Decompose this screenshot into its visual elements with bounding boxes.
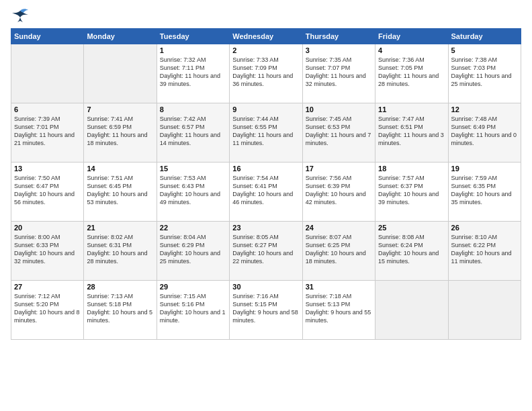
calendar-header-sunday: Sunday <box>11 29 84 44</box>
calendar-cell: 21Sunrise: 8:02 AM Sunset: 6:31 PM Dayli… <box>84 222 157 281</box>
day-number: 20 <box>14 224 81 232</box>
day-number: 24 <box>306 224 372 232</box>
calendar-cell: 1Sunrise: 7:32 AM Sunset: 7:11 PM Daylig… <box>157 44 229 103</box>
calendar-cell: 3Sunrise: 7:35 AM Sunset: 7:07 PM Daylig… <box>302 44 375 103</box>
day-info: Sunrise: 7:59 AM Sunset: 6:35 PM Dayligh… <box>451 174 518 207</box>
day-number: 30 <box>232 283 299 291</box>
calendar-cell: 4Sunrise: 7:36 AM Sunset: 7:05 PM Daylig… <box>375 44 448 103</box>
calendar-cell: 13Sunrise: 7:50 AM Sunset: 6:47 PM Dayli… <box>11 163 84 222</box>
day-number: 21 <box>87 224 153 232</box>
day-number: 17 <box>306 165 372 173</box>
day-info: Sunrise: 7:56 AM Sunset: 6:39 PM Dayligh… <box>306 174 372 207</box>
calendar-cell: 15Sunrise: 7:53 AM Sunset: 6:43 PM Dayli… <box>157 163 229 222</box>
day-info: Sunrise: 7:57 AM Sunset: 6:37 PM Dayligh… <box>378 174 445 207</box>
day-number: 19 <box>451 165 518 173</box>
day-info: Sunrise: 7:51 AM Sunset: 6:45 PM Dayligh… <box>87 174 153 207</box>
day-info: Sunrise: 7:39 AM Sunset: 7:01 PM Dayligh… <box>14 115 81 148</box>
calendar-cell: 14Sunrise: 7:51 AM Sunset: 6:45 PM Dayli… <box>84 163 157 222</box>
calendar-header-wednesday: Wednesday <box>230 29 302 44</box>
calendar-cell: 5Sunrise: 7:38 AM Sunset: 7:03 PM Daylig… <box>448 44 521 103</box>
calendar-cell: 31Sunrise: 7:18 AM Sunset: 5:13 PM Dayli… <box>302 281 375 340</box>
calendar-cell: 27Sunrise: 7:12 AM Sunset: 5:20 PM Dayli… <box>11 281 84 340</box>
day-info: Sunrise: 8:04 AM Sunset: 6:29 PM Dayligh… <box>160 233 226 266</box>
day-number: 5 <box>451 46 518 54</box>
day-number: 12 <box>451 105 518 113</box>
calendar-cell: 8Sunrise: 7:42 AM Sunset: 6:57 PM Daylig… <box>157 103 229 163</box>
calendar-cell: 20Sunrise: 8:00 AM Sunset: 6:33 PM Dayli… <box>11 222 84 281</box>
day-info: Sunrise: 7:12 AM Sunset: 5:20 PM Dayligh… <box>14 292 81 325</box>
day-info: Sunrise: 7:32 AM Sunset: 7:11 PM Dayligh… <box>160 56 226 89</box>
header <box>11 8 521 23</box>
calendar-cell: 17Sunrise: 7:56 AM Sunset: 6:39 PM Dayli… <box>302 163 375 222</box>
calendar-page: SundayMondayTuesdayWednesdayThursdayFrid… <box>0 0 532 411</box>
day-info: Sunrise: 7:16 AM Sunset: 5:15 PM Dayligh… <box>232 292 299 325</box>
logo <box>11 8 32 23</box>
day-info: Sunrise: 8:10 AM Sunset: 6:22 PM Dayligh… <box>451 233 518 266</box>
calendar-cell <box>84 44 157 103</box>
day-number: 2 <box>232 46 299 54</box>
calendar-cell: 22Sunrise: 8:04 AM Sunset: 6:29 PM Dayli… <box>157 222 229 281</box>
calendar-cell: 2Sunrise: 7:33 AM Sunset: 7:09 PM Daylig… <box>230 44 302 103</box>
calendar-cell: 19Sunrise: 7:59 AM Sunset: 6:35 PM Dayli… <box>448 163 521 222</box>
day-number: 3 <box>306 46 372 54</box>
calendar-cell: 7Sunrise: 7:41 AM Sunset: 6:59 PM Daylig… <box>84 103 157 163</box>
calendar-week-1: 1Sunrise: 7:32 AM Sunset: 7:11 PM Daylig… <box>11 44 521 103</box>
calendar-cell: 6Sunrise: 7:39 AM Sunset: 7:01 PM Daylig… <box>11 103 84 163</box>
calendar-header-saturday: Saturday <box>448 29 521 44</box>
day-number: 16 <box>232 165 299 173</box>
day-info: Sunrise: 7:53 AM Sunset: 6:43 PM Dayligh… <box>160 174 226 207</box>
calendar-table: SundayMondayTuesdayWednesdayThursdayFrid… <box>11 28 521 340</box>
day-number: 7 <box>87 105 153 113</box>
day-info: Sunrise: 7:35 AM Sunset: 7:07 PM Dayligh… <box>306 56 372 89</box>
day-number: 1 <box>160 46 226 54</box>
calendar-cell: 12Sunrise: 7:48 AM Sunset: 6:49 PM Dayli… <box>448 103 521 163</box>
calendar-cell: 23Sunrise: 8:05 AM Sunset: 6:27 PM Dayli… <box>230 222 302 281</box>
calendar-cell: 11Sunrise: 7:47 AM Sunset: 6:51 PM Dayli… <box>375 103 448 163</box>
calendar-week-2: 6Sunrise: 7:39 AM Sunset: 7:01 PM Daylig… <box>11 103 521 163</box>
day-info: Sunrise: 7:47 AM Sunset: 6:51 PM Dayligh… <box>378 115 445 148</box>
day-info: Sunrise: 7:48 AM Sunset: 6:49 PM Dayligh… <box>451 115 518 148</box>
calendar-cell: 28Sunrise: 7:13 AM Sunset: 5:18 PM Dayli… <box>84 281 157 340</box>
calendar-cell: 29Sunrise: 7:15 AM Sunset: 5:16 PM Dayli… <box>157 281 229 340</box>
day-info: Sunrise: 8:02 AM Sunset: 6:31 PM Dayligh… <box>87 233 153 266</box>
day-info: Sunrise: 7:41 AM Sunset: 6:59 PM Dayligh… <box>87 115 153 148</box>
day-info: Sunrise: 7:13 AM Sunset: 5:18 PM Dayligh… <box>87 292 153 325</box>
day-number: 26 <box>451 224 518 232</box>
day-info: Sunrise: 7:38 AM Sunset: 7:03 PM Dayligh… <box>451 56 518 89</box>
day-info: Sunrise: 7:33 AM Sunset: 7:09 PM Dayligh… <box>232 56 299 89</box>
day-info: Sunrise: 7:45 AM Sunset: 6:53 PM Dayligh… <box>306 115 372 148</box>
day-number: 10 <box>306 105 372 113</box>
day-info: Sunrise: 7:18 AM Sunset: 5:13 PM Dayligh… <box>306 292 372 325</box>
day-info: Sunrise: 8:07 AM Sunset: 6:25 PM Dayligh… <box>306 233 372 266</box>
day-number: 14 <box>87 165 153 173</box>
day-number: 23 <box>232 224 299 232</box>
calendar-cell: 25Sunrise: 8:08 AM Sunset: 6:24 PM Dayli… <box>375 222 448 281</box>
day-number: 11 <box>378 105 445 113</box>
calendar-header-friday: Friday <box>375 29 448 44</box>
calendar-cell <box>375 281 448 340</box>
calendar-cell: 18Sunrise: 7:57 AM Sunset: 6:37 PM Dayli… <box>375 163 448 222</box>
calendar-cell: 9Sunrise: 7:44 AM Sunset: 6:55 PM Daylig… <box>230 103 302 163</box>
day-info: Sunrise: 8:08 AM Sunset: 6:24 PM Dayligh… <box>378 233 445 266</box>
calendar-header-monday: Monday <box>84 29 157 44</box>
day-number: 8 <box>160 105 226 113</box>
day-info: Sunrise: 7:15 AM Sunset: 5:16 PM Dayligh… <box>160 292 226 325</box>
day-info: Sunrise: 7:36 AM Sunset: 7:05 PM Dayligh… <box>378 56 445 89</box>
day-number: 6 <box>14 105 81 113</box>
calendar-cell: 16Sunrise: 7:54 AM Sunset: 6:41 PM Dayli… <box>230 163 302 222</box>
calendar-cell: 10Sunrise: 7:45 AM Sunset: 6:53 PM Dayli… <box>302 103 375 163</box>
calendar-header-row: SundayMondayTuesdayWednesdayThursdayFrid… <box>11 29 521 44</box>
calendar-week-4: 20Sunrise: 8:00 AM Sunset: 6:33 PM Dayli… <box>11 222 521 281</box>
day-number: 4 <box>378 46 445 54</box>
day-number: 9 <box>232 105 299 113</box>
day-info: Sunrise: 7:54 AM Sunset: 6:41 PM Dayligh… <box>232 174 299 207</box>
logo-icon <box>11 8 30 23</box>
day-info: Sunrise: 7:42 AM Sunset: 6:57 PM Dayligh… <box>160 115 226 148</box>
day-info: Sunrise: 7:44 AM Sunset: 6:55 PM Dayligh… <box>232 115 299 148</box>
day-number: 22 <box>160 224 226 232</box>
day-number: 13 <box>14 165 81 173</box>
day-number: 31 <box>306 283 372 291</box>
day-info: Sunrise: 8:05 AM Sunset: 6:27 PM Dayligh… <box>232 233 299 266</box>
calendar-header-thursday: Thursday <box>302 29 375 44</box>
calendar-header-tuesday: Tuesday <box>157 29 229 44</box>
